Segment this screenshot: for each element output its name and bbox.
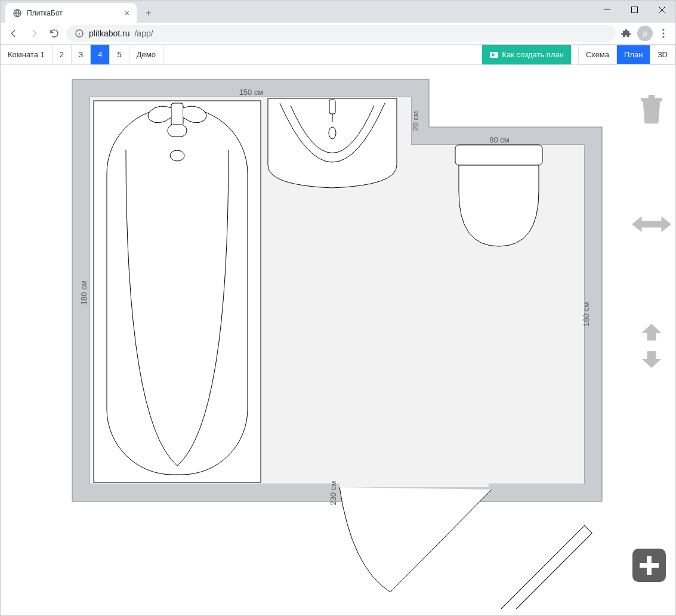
video-icon xyxy=(490,52,498,58)
profile-avatar[interactable]: p xyxy=(637,26,653,41)
svg-point-5 xyxy=(662,32,664,34)
window-controls xyxy=(593,1,675,18)
forward-button[interactable] xyxy=(26,25,42,42)
url-host: plitkabot.ru xyxy=(89,29,129,38)
back-button[interactable] xyxy=(5,25,22,42)
plus-icon xyxy=(638,555,660,576)
dim-right: 160 см xyxy=(582,302,591,327)
bathtub-fixture[interactable] xyxy=(94,101,261,482)
svg-point-4 xyxy=(662,29,664,30)
kebab-menu-icon[interactable] xyxy=(656,26,671,41)
svg-rect-17 xyxy=(479,525,592,609)
browser-window: ПлиткаБот × + plitkabot.ru/app/ p Комнат… xyxy=(0,0,676,616)
svg-point-6 xyxy=(662,36,664,38)
dim-bottom: 230 см xyxy=(329,481,338,506)
room-tab-3[interactable]: 3 xyxy=(72,45,91,64)
svg-rect-13 xyxy=(329,100,335,114)
reload-button[interactable] xyxy=(46,25,63,42)
svg-rect-2 xyxy=(631,7,637,13)
svg-rect-10 xyxy=(168,125,187,137)
room-tab-1[interactable]: Комната 1 xyxy=(1,45,53,64)
svg-point-11 xyxy=(170,150,184,161)
dim-left: 180 см xyxy=(79,281,88,305)
globe-icon xyxy=(13,8,22,18)
view-plan[interactable]: План xyxy=(617,45,650,64)
url-field[interactable]: plitkabot.ru/app/ xyxy=(66,25,616,42)
room-tab-5[interactable]: 5 xyxy=(110,45,129,64)
room-tab-demo[interactable]: Демо xyxy=(129,45,163,64)
sink-fixture[interactable] xyxy=(268,98,397,188)
view-toggle: Схема План 3D xyxy=(578,45,675,64)
side-tools xyxy=(634,95,669,368)
toilet-fixture[interactable] xyxy=(455,145,542,246)
move-down-icon[interactable] xyxy=(641,351,662,368)
dim-notch-depth: 20 см xyxy=(411,111,420,131)
floor-plan-svg: 150 см 180 см 20 см 80 см 160 см 230 см xyxy=(65,72,614,609)
room-tabs: Комната 1 2 3 4 5 Демо xyxy=(1,45,163,64)
app-toolbar: Комната 1 2 3 4 5 Демо Как создать план … xyxy=(1,45,675,65)
svg-rect-1 xyxy=(604,10,610,10)
room-tab-2[interactable]: 2 xyxy=(53,45,72,64)
browser-tab[interactable]: ПлиткаБот × xyxy=(5,3,137,23)
dim-top: 150 см xyxy=(239,88,264,97)
trash-icon[interactable] xyxy=(638,95,665,125)
site-info-icon xyxy=(75,29,84,38)
view-3d[interactable]: 3D xyxy=(650,45,675,64)
svg-rect-9 xyxy=(171,103,183,126)
close-button[interactable] xyxy=(648,1,675,18)
url-path: /app/ xyxy=(134,29,153,38)
tab-close-icon[interactable]: × xyxy=(122,8,132,18)
room-tab-4[interactable]: 4 xyxy=(91,45,110,64)
minimize-button[interactable] xyxy=(593,1,621,18)
svg-rect-16 xyxy=(339,480,489,487)
svg-point-12 xyxy=(329,127,336,139)
move-up-icon[interactable] xyxy=(641,324,662,340)
horizontal-resize-icon[interactable] xyxy=(632,214,671,234)
svg-rect-19 xyxy=(640,563,659,568)
new-tab-button[interactable]: + xyxy=(140,5,157,21)
floor-plan-canvas[interactable]: 150 см 180 см 20 см 80 см 160 см 230 см xyxy=(1,65,675,615)
svg-rect-15 xyxy=(455,145,542,165)
dim-notch-top: 80 см xyxy=(489,135,510,144)
how-to-button[interactable]: Как создать план xyxy=(482,45,570,64)
add-button[interactable] xyxy=(632,549,666,582)
address-bar: plitkabot.ru/app/ p xyxy=(1,23,675,45)
extensions-icon[interactable] xyxy=(619,26,634,41)
view-scheme[interactable]: Схема xyxy=(579,45,617,64)
tab-title: ПлиткаБот xyxy=(27,9,118,17)
maximize-button[interactable] xyxy=(621,1,648,18)
titlebar: ПлиткаБот × + xyxy=(1,1,675,23)
